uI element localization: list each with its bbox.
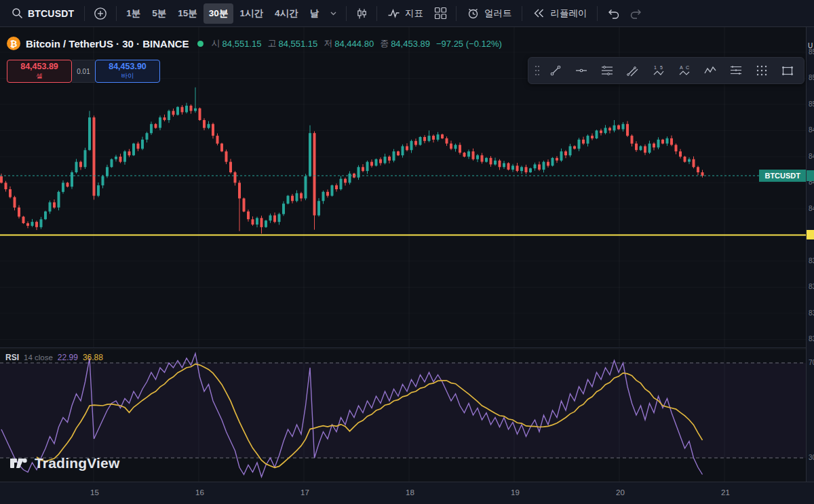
replay-rewind-icon xyxy=(532,7,545,20)
price-axis-tick: 84,600 xyxy=(809,153,814,160)
indicators-label: 지표 xyxy=(405,7,423,20)
interval-1m[interactable]: 1분 xyxy=(121,3,146,24)
interval-5m[interactable]: 5분 xyxy=(147,3,172,24)
interval-1d[interactable]: 날 xyxy=(304,3,324,24)
toolbar-separator xyxy=(456,6,457,21)
symbol-search-label: BTCUSDT xyxy=(28,8,74,19)
layout-grid-button[interactable] xyxy=(429,3,452,24)
interval-30m[interactable]: 30분 xyxy=(204,3,234,24)
replay-label: 리플레이 xyxy=(550,7,587,20)
level-line-axis-label xyxy=(807,230,814,239)
price-axis-tick: 85,400 xyxy=(809,48,814,56)
replay-button[interactable]: 리플레이 xyxy=(526,3,593,24)
low-label: 저 xyxy=(324,37,332,50)
time-axis-label: 19 xyxy=(511,488,520,497)
symbol-header: ₿ Bitcoin / TetherUS · 30 · BINANCE 시 84… xyxy=(7,37,502,50)
position-tool-icon xyxy=(729,64,743,77)
elliott-wave-tool[interactable] xyxy=(698,60,722,81)
chevron-down-icon xyxy=(330,9,337,17)
series-price-label: BTCUSDT xyxy=(759,170,806,182)
time-axis-label: 17 xyxy=(301,488,309,497)
compare-add-button[interactable] xyxy=(89,3,112,24)
sell-button[interactable]: 84,453.89 셀 xyxy=(7,60,72,83)
rsi-axis-tick: 30.00 xyxy=(809,454,814,461)
svg-text:A: A xyxy=(680,65,683,70)
rectangle-icon xyxy=(781,64,794,77)
rsi-legend[interactable]: RSI 14 close 22.99 36.88 xyxy=(5,353,103,362)
buy-price: 84,453.90 xyxy=(109,62,147,72)
interval-4h[interactable]: 4시간 xyxy=(269,3,304,24)
current-price-axis-label xyxy=(807,170,814,181)
toolbar-separator xyxy=(376,6,377,21)
change-value: −97.25 (−0.12%) xyxy=(436,39,502,49)
time-axis[interactable]: 15 16 17 18 19 20 21 xyxy=(0,482,814,504)
spread-value: 0.01 xyxy=(72,60,95,83)
open-label: 시 xyxy=(212,37,220,50)
price-axis-tick: 85,000 xyxy=(809,100,814,108)
rectangle-tool[interactable] xyxy=(775,60,800,81)
price-axis-tick: 85,200 xyxy=(809,74,814,81)
interval-group: 1분 5분 15분 30분 1시간 4시간 날 xyxy=(121,3,342,24)
horizontal-line-icon xyxy=(575,64,588,77)
rsi-indicator-pane[interactable] xyxy=(0,349,806,482)
redo-button[interactable] xyxy=(625,3,648,24)
svg-text:C: C xyxy=(686,65,689,70)
price-axis-tick: 83,200 xyxy=(809,335,814,343)
interval-15m[interactable]: 15분 xyxy=(172,3,203,24)
undo-button[interactable] xyxy=(602,3,625,24)
ohlc-row: 시 84,551.15 고 84,551.15 저 84,444.80 종 84… xyxy=(212,37,502,50)
rsi-axis-tick: 70.00 xyxy=(809,359,814,366)
elliott-wave-icon xyxy=(703,64,717,77)
parallel-lines-tool[interactable] xyxy=(595,60,619,81)
rsi-title: RSI xyxy=(5,353,19,362)
high-value: 84,551.15 xyxy=(278,39,317,49)
high-label: 고 xyxy=(267,37,276,50)
plus-circle-icon xyxy=(94,7,107,20)
parallel-channel-tool[interactable] xyxy=(621,60,645,81)
pattern-15-tool[interactable]: 1 5 xyxy=(646,60,671,81)
toolbar-separator xyxy=(116,6,117,21)
time-axis-label: 15 xyxy=(90,488,99,497)
abcd-pattern-icon: A C xyxy=(678,64,691,77)
market-status-dot xyxy=(197,41,204,47)
tradingview-watermark[interactable]: TradingView xyxy=(9,454,120,472)
price-axis-tick: 83,600 xyxy=(809,283,814,290)
bitcoin-icon: ₿ xyxy=(7,37,20,50)
price-axis[interactable]: U 85,40085,20085,00084,80084,60084,40084… xyxy=(806,27,814,482)
time-axis-label: 20 xyxy=(616,488,625,497)
close-label: 종 xyxy=(380,37,389,50)
sell-label: 셀 xyxy=(36,73,43,79)
interval-dropdown-chevron[interactable] xyxy=(325,5,342,21)
open-value: 84,551.15 xyxy=(222,39,262,49)
time-axis-label: 16 xyxy=(195,488,204,497)
indicators-button[interactable]: 지표 xyxy=(381,3,429,24)
search-icon xyxy=(12,7,23,19)
interval-1h[interactable]: 1시간 xyxy=(234,3,269,24)
buy-button[interactable]: 84,453.90 바이 xyxy=(95,60,160,83)
alert-button[interactable]: 얼러트 xyxy=(461,3,518,24)
pattern-15-icon: 1 5 xyxy=(652,64,665,77)
price-axis-tick: 83,400 xyxy=(809,309,814,317)
svg-text:5: 5 xyxy=(660,65,663,70)
symbol-search-button[interactable]: BTCUSDT xyxy=(5,3,80,23)
trend-line-icon xyxy=(549,64,562,77)
indicators-icon xyxy=(387,7,400,20)
symbol-title[interactable]: Bitcoin / TetherUS · 30 · BINANCE xyxy=(26,38,189,50)
time-axis-label: 18 xyxy=(406,488,414,497)
trade-widget: 84,453.89 셀 0.01 84,453.90 바이 xyxy=(7,60,160,83)
low-value: 84,444.80 xyxy=(334,39,374,49)
rsi-params: 14 close xyxy=(24,353,53,362)
candlestick-icon xyxy=(355,7,368,20)
rsi-value: 22.99 xyxy=(58,353,78,362)
position-tool[interactable] xyxy=(724,60,748,81)
dots-grid-tool[interactable] xyxy=(750,60,774,81)
horizontal-line-tool[interactable] xyxy=(569,60,594,81)
pane-divider[interactable] xyxy=(0,347,806,349)
drag-handle[interactable] xyxy=(532,60,542,81)
chart-style-button[interactable] xyxy=(351,3,372,24)
redo-icon xyxy=(629,7,643,20)
trend-line-tool[interactable] xyxy=(543,60,568,81)
dots-grid-icon xyxy=(755,64,769,77)
abcd-pattern-tool[interactable]: A C xyxy=(672,60,697,81)
toolbar-separator xyxy=(346,6,347,21)
